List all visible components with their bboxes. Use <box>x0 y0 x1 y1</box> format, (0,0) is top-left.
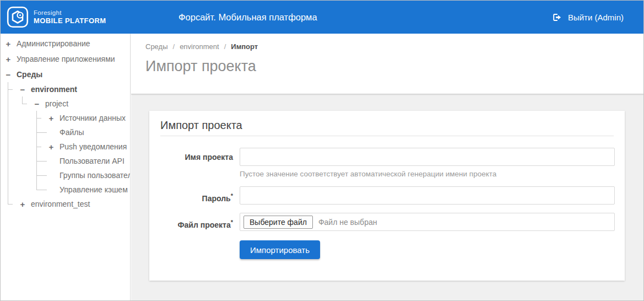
logo[interactable]: Foresight MOBILE PLATFORM <box>7 6 106 28</box>
breadcrumb-item-environments[interactable]: Среды <box>145 42 168 51</box>
page-header: Среды / environment / Импорт Импорт прое… <box>131 34 643 94</box>
page-title: Импорт проекта <box>145 58 643 75</box>
top-header-bar: Foresight MOBILE PLATFORM Форсайт. Мобил… <box>1 1 643 34</box>
sidebar-item-user-groups[interactable]: Группы пользователей <box>48 168 130 182</box>
collapse-icon[interactable]: − <box>19 85 26 94</box>
logout-label: Выйти (Admin) <box>568 13 624 22</box>
logo-text: Foresight MOBILE PLATFORM <box>34 9 106 26</box>
project-name-hint: Пустое значение соответствует автоматиче… <box>240 170 615 178</box>
required-mark: * <box>231 192 233 199</box>
expand-icon[interactable]: + <box>48 114 55 123</box>
sidebar-item-label: Управление кэшем <box>59 185 128 194</box>
required-mark: * <box>231 219 233 225</box>
collapse-icon[interactable]: − <box>34 99 40 109</box>
sidebar-item-label: environment <box>31 85 77 94</box>
import-project-card: Импорт проекта Имя проекта Пустое значен… <box>149 111 625 281</box>
content-area: Импорт проекта Имя проекта Пустое значен… <box>131 94 643 281</box>
sidebar-item-label: Файлы <box>59 128 84 137</box>
sidebar-item-label: environment_test <box>31 200 90 208</box>
sidebar-item-label: Среды <box>17 70 42 79</box>
sidebar-item-environments[interactable]: − Среды <box>5 67 130 82</box>
sidebar-item-label: Пользователи API <box>59 157 125 165</box>
sidebar-item-label: Push уведомления <box>59 142 127 151</box>
project-file-label: Файл проекта* <box>160 213 233 231</box>
navigation-tree: + Администрирование + Управление приложе… <box>1 34 130 211</box>
sidebar-item-label: Группы пользователей <box>59 171 131 180</box>
sidebar: + Администрирование + Управление приложе… <box>1 34 131 300</box>
project-file-input[interactable]: Выберите файл Файл не выбран <box>240 213 615 231</box>
card-heading: Импорт проекта <box>160 119 614 136</box>
breadcrumb-item-environment[interactable]: environment <box>180 42 219 51</box>
app-window: Foresight MOBILE PLATFORM Форсайт. Мобил… <box>0 0 644 301</box>
sidebar-item-push-notifications[interactable]: + Push уведомления <box>48 139 130 154</box>
sidebar-item-environment-test[interactable]: + environment_test <box>19 197 130 211</box>
file-status-text: Файл не выбран <box>318 218 377 227</box>
sidebar-item-data-sources[interactable]: + Источники данных <box>48 111 130 125</box>
sidebar-item-label: Управление приложениями <box>17 55 115 63</box>
app-title: Форсайт. Мобильная платформа <box>178 1 317 34</box>
breadcrumb-separator: / <box>173 42 175 51</box>
expand-icon[interactable]: + <box>48 142 55 152</box>
sidebar-item-files[interactable]: Файлы <box>48 125 130 139</box>
password-input[interactable] <box>240 186 615 205</box>
foresight-logo-icon <box>7 6 29 28</box>
expand-icon[interactable]: + <box>5 55 12 64</box>
project-name-label: Имя проекта <box>160 148 233 178</box>
choose-file-button[interactable]: Выберите файл <box>243 216 313 229</box>
sidebar-item-environment[interactable]: − environment <box>19 82 130 96</box>
import-button[interactable]: Импортировать <box>240 240 320 259</box>
sidebar-item-api-users[interactable]: Пользователи API <box>48 154 130 168</box>
expand-icon[interactable]: + <box>19 200 26 209</box>
collapse-icon[interactable]: − <box>5 70 12 79</box>
sidebar-item-cache-management[interactable]: Управление кэшем <box>48 182 130 197</box>
main-area: Среды / environment / Импорт Импорт прое… <box>131 34 643 300</box>
sidebar-item-app-management[interactable]: + Управление приложениями <box>5 51 130 67</box>
breadcrumb-item-import: Импорт <box>231 42 258 51</box>
logo-product: MOBILE PLATFORM <box>34 17 106 25</box>
sidebar-item-label: project <box>45 99 68 108</box>
breadcrumb-separator: / <box>224 42 226 51</box>
logout-button[interactable]: Выйти (Admin) <box>551 1 624 34</box>
expand-icon[interactable]: + <box>5 39 12 49</box>
sidebar-item-label: Администрирование <box>17 39 90 48</box>
sidebar-item-administration[interactable]: + Администрирование <box>5 36 130 51</box>
logout-icon <box>551 12 562 23</box>
sidebar-item-project[interactable]: − project <box>34 96 130 111</box>
logo-brand: Foresight <box>34 9 106 17</box>
sidebar-item-label: Источники данных <box>59 114 126 122</box>
password-label: Пароль* <box>160 186 233 205</box>
project-name-input[interactable] <box>240 148 615 166</box>
breadcrumb: Среды / environment / Импорт <box>145 42 643 51</box>
